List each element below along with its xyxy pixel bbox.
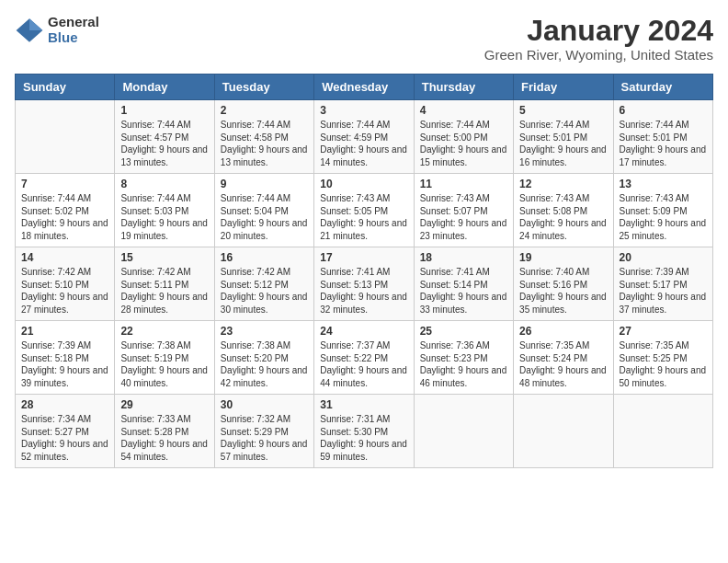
calendar-cell: 19 Sunrise: 7:40 AMSunset: 5:16 PMDaylig… [514, 247, 613, 321]
day-number: 8 [120, 178, 208, 190]
day-info: Sunrise: 7:44 AMSunset: 5:03 PMDaylight:… [120, 193, 208, 241]
calendar-cell: 14 Sunrise: 7:42 AMSunset: 5:10 PMDaylig… [16, 247, 115, 321]
calendar-cell: 12 Sunrise: 7:43 AMSunset: 5:08 PMDaylig… [514, 174, 613, 247]
day-info: Sunrise: 7:44 AMSunset: 4:59 PMDaylight:… [320, 120, 407, 167]
calendar-cell: 17 Sunrise: 7:41 AMSunset: 5:13 PMDaylig… [314, 247, 414, 321]
day-info: Sunrise: 7:38 AMSunset: 5:19 PMDaylight:… [120, 340, 208, 388]
calendar-cell: 3 Sunrise: 7:44 AMSunset: 4:59 PMDayligh… [314, 100, 414, 174]
calendar-cell [514, 395, 613, 468]
calendar-cell: 10 Sunrise: 7:43 AMSunset: 5:05 PMDaylig… [314, 174, 414, 247]
calendar-header: SundayMondayTuesdayWednesdayThursdayFrid… [16, 75, 713, 100]
day-number: 7 [21, 178, 108, 190]
calendar-cell: 30 Sunrise: 7:32 AMSunset: 5:29 PMDaylig… [214, 395, 313, 468]
day-info: Sunrise: 7:35 AMSunset: 5:24 PMDaylight:… [519, 340, 607, 388]
calendar-week-row: 14 Sunrise: 7:42 AMSunset: 5:10 PMDaylig… [16, 247, 713, 321]
calendar-cell: 4 Sunrise: 7:44 AMSunset: 5:00 PMDayligh… [414, 100, 513, 174]
day-number: 17 [320, 251, 407, 264]
day-info: Sunrise: 7:40 AMSunset: 5:16 PMDaylight:… [519, 267, 607, 315]
day-info: Sunrise: 7:42 AMSunset: 5:12 PMDaylight:… [221, 267, 308, 315]
month-title: January 2024 [484, 15, 713, 47]
calendar-cell: 2 Sunrise: 7:44 AMSunset: 4:58 PMDayligh… [214, 100, 313, 174]
day-info: Sunrise: 7:32 AMSunset: 5:29 PMDaylight:… [221, 414, 308, 462]
day-info: Sunrise: 7:43 AMSunset: 5:05 PMDaylight:… [320, 193, 407, 241]
header-day: Saturday [613, 75, 712, 100]
day-info: Sunrise: 7:44 AMSunset: 5:01 PMDaylight:… [620, 120, 707, 167]
day-number: 16 [221, 251, 308, 264]
header-day: Sunday [16, 75, 115, 100]
calendar-cell: 15 Sunrise: 7:42 AMSunset: 5:11 PMDaylig… [115, 247, 214, 321]
calendar-cell [414, 395, 513, 468]
day-number: 30 [221, 398, 308, 411]
day-number: 29 [120, 398, 208, 411]
day-number: 14 [21, 251, 108, 264]
day-info: Sunrise: 7:33 AMSunset: 5:28 PMDaylight:… [120, 414, 208, 462]
calendar-cell: 13 Sunrise: 7:43 AMSunset: 5:09 PMDaylig… [613, 174, 712, 247]
day-number: 13 [620, 178, 707, 190]
day-info: Sunrise: 7:42 AMSunset: 5:10 PMDaylight:… [21, 267, 108, 315]
day-info: Sunrise: 7:44 AMSunset: 5:01 PMDaylight:… [519, 120, 607, 167]
day-number: 10 [320, 178, 407, 190]
day-info: Sunrise: 7:37 AMSunset: 5:22 PMDaylight:… [320, 340, 407, 388]
header-day: Friday [514, 75, 613, 100]
day-info: Sunrise: 7:35 AMSunset: 5:25 PMDaylight:… [620, 340, 707, 388]
day-info: Sunrise: 7:43 AMSunset: 5:09 PMDaylight:… [620, 193, 707, 241]
calendar-cell: 25 Sunrise: 7:36 AMSunset: 5:23 PMDaylig… [414, 321, 513, 395]
day-number: 24 [320, 325, 407, 338]
day-number: 28 [21, 398, 108, 411]
day-number: 26 [519, 325, 607, 338]
calendar-cell: 7 Sunrise: 7:44 AMSunset: 5:02 PMDayligh… [16, 174, 115, 247]
title-area: January 2024 Green River, Wyoming, Unite… [484, 15, 713, 63]
day-number: 12 [519, 178, 607, 190]
location-title: Green River, Wyoming, United States [484, 47, 713, 63]
day-info: Sunrise: 7:44 AMSunset: 5:04 PMDaylight:… [221, 193, 308, 241]
day-info: Sunrise: 7:44 AMSunset: 5:02 PMDaylight:… [21, 193, 108, 241]
calendar-cell: 6 Sunrise: 7:44 AMSunset: 5:01 PMDayligh… [613, 100, 712, 174]
calendar-week-row: 1 Sunrise: 7:44 AMSunset: 4:57 PMDayligh… [16, 100, 713, 174]
day-number: 3 [320, 104, 407, 117]
day-info: Sunrise: 7:44 AMSunset: 5:00 PMDaylight:… [420, 120, 507, 167]
logo-icon [15, 16, 44, 45]
day-number: 6 [620, 104, 707, 117]
page-header: General Blue January 2024 Green River, W… [15, 15, 713, 63]
day-number: 25 [420, 325, 507, 338]
calendar-cell: 26 Sunrise: 7:35 AMSunset: 5:24 PMDaylig… [514, 321, 613, 395]
calendar-cell: 20 Sunrise: 7:39 AMSunset: 5:17 PMDaylig… [613, 247, 712, 321]
calendar-cell: 8 Sunrise: 7:44 AMSunset: 5:03 PMDayligh… [115, 174, 214, 247]
day-number: 2 [221, 104, 308, 117]
logo-general-text: General [48, 15, 99, 30]
calendar-cell: 27 Sunrise: 7:35 AMSunset: 5:25 PMDaylig… [613, 321, 712, 395]
day-number: 9 [221, 178, 308, 190]
day-info: Sunrise: 7:43 AMSunset: 5:08 PMDaylight:… [519, 193, 607, 241]
day-info: Sunrise: 7:42 AMSunset: 5:11 PMDaylight:… [120, 267, 208, 315]
day-info: Sunrise: 7:38 AMSunset: 5:20 PMDaylight:… [221, 340, 308, 388]
day-number: 19 [519, 251, 607, 264]
header-row: SundayMondayTuesdayWednesdayThursdayFrid… [16, 75, 713, 100]
day-info: Sunrise: 7:34 AMSunset: 5:27 PMDaylight:… [21, 414, 108, 462]
day-info: Sunrise: 7:44 AMSunset: 4:57 PMDaylight:… [120, 120, 208, 167]
header-day: Monday [115, 75, 214, 100]
calendar-cell [613, 395, 712, 468]
day-info: Sunrise: 7:36 AMSunset: 5:23 PMDaylight:… [420, 340, 507, 388]
calendar-cell: 29 Sunrise: 7:33 AMSunset: 5:28 PMDaylig… [115, 395, 214, 468]
day-info: Sunrise: 7:43 AMSunset: 5:07 PMDaylight:… [420, 193, 507, 241]
calendar-cell: 5 Sunrise: 7:44 AMSunset: 5:01 PMDayligh… [514, 100, 613, 174]
day-info: Sunrise: 7:44 AMSunset: 4:58 PMDaylight:… [221, 120, 308, 167]
calendar-week-row: 28 Sunrise: 7:34 AMSunset: 5:27 PMDaylig… [16, 395, 713, 468]
day-number: 23 [221, 325, 308, 338]
header-day: Wednesday [314, 75, 414, 100]
calendar-body: 1 Sunrise: 7:44 AMSunset: 4:57 PMDayligh… [16, 100, 713, 468]
day-number: 18 [420, 251, 507, 264]
calendar-cell: 9 Sunrise: 7:44 AMSunset: 5:04 PMDayligh… [214, 174, 313, 247]
day-number: 31 [320, 398, 407, 411]
day-number: 22 [120, 325, 208, 338]
day-number: 21 [21, 325, 108, 338]
day-info: Sunrise: 7:41 AMSunset: 5:14 PMDaylight:… [420, 267, 507, 315]
day-number: 27 [620, 325, 707, 338]
day-info: Sunrise: 7:31 AMSunset: 5:30 PMDaylight:… [320, 414, 407, 462]
header-day: Thursday [414, 75, 513, 100]
logo-blue-text: Blue [48, 30, 99, 46]
calendar-cell: 1 Sunrise: 7:44 AMSunset: 4:57 PMDayligh… [115, 100, 214, 174]
day-number: 4 [420, 104, 507, 117]
calendar-cell: 28 Sunrise: 7:34 AMSunset: 5:27 PMDaylig… [16, 395, 115, 468]
calendar-week-row: 21 Sunrise: 7:39 AMSunset: 5:18 PMDaylig… [16, 321, 713, 395]
